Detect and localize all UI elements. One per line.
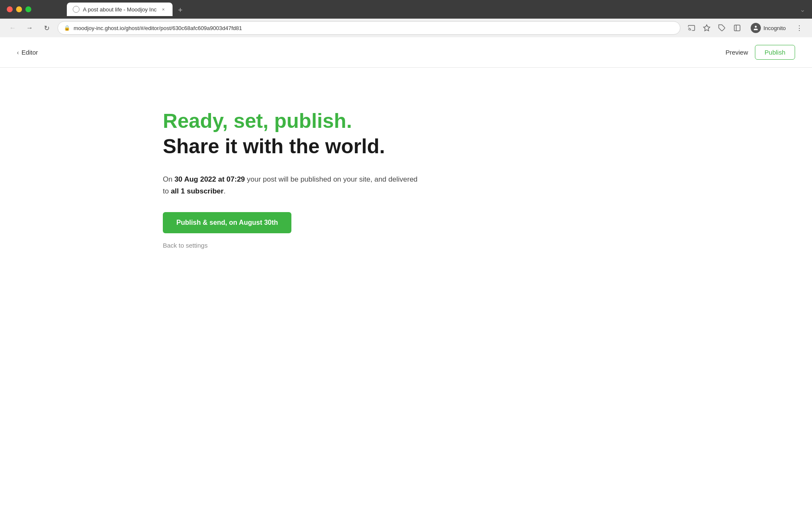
reload-button[interactable]: ↻ bbox=[41, 22, 52, 34]
sidebar-icon[interactable] bbox=[731, 22, 743, 34]
tab-close-button[interactable]: × bbox=[160, 6, 167, 13]
new-tab-button[interactable]: + bbox=[174, 4, 186, 16]
profile-label: Incognito bbox=[763, 25, 786, 31]
url-text: moodjoy-inc.ghost.io/ghost/#/editor/post… bbox=[74, 25, 674, 31]
star-icon[interactable] bbox=[701, 22, 713, 34]
publish-description: On 30 Aug 2022 at 07:29 your post will b… bbox=[163, 174, 425, 196]
publish-send-button[interactable]: Publish & send, on August 30th bbox=[163, 212, 291, 233]
profile-avatar bbox=[751, 23, 761, 33]
back-to-settings-link[interactable]: Back to settings bbox=[163, 242, 425, 249]
maximize-traffic-light[interactable] bbox=[25, 6, 31, 12]
tab-title: A post about life - Moodjoy Inc bbox=[83, 6, 156, 13]
back-to-editor-link[interactable]: ‹ Editor bbox=[17, 49, 38, 56]
header-actions: Preview Publish bbox=[725, 45, 795, 60]
profile-button[interactable]: Incognito bbox=[746, 21, 790, 35]
expand-icon[interactable]: ⌄ bbox=[800, 6, 805, 14]
close-traffic-light[interactable] bbox=[7, 6, 13, 12]
title-bar: A post about life - Moodjoy Inc × + ⌄ bbox=[0, 0, 812, 19]
back-to-editor-label: Editor bbox=[22, 49, 38, 56]
headline-green: Ready, set, publish. bbox=[163, 110, 425, 133]
back-chevron-icon: ‹ bbox=[17, 49, 19, 56]
browser-chrome: A post about life - Moodjoy Inc × + ⌄ ← … bbox=[0, 0, 812, 37]
minimize-traffic-light[interactable] bbox=[16, 6, 22, 12]
main-content: Ready, set, publish. Share it with the w… bbox=[0, 68, 812, 508]
app-header: ‹ Editor Preview Publish bbox=[0, 37, 812, 68]
traffic-lights bbox=[7, 6, 31, 12]
publish-button[interactable]: Publish bbox=[755, 45, 795, 60]
address-bar[interactable]: 🔒 moodjoy-inc.ghost.io/ghost/#/editor/po… bbox=[58, 21, 680, 35]
forward-button[interactable]: → bbox=[24, 22, 36, 34]
back-button[interactable]: ← bbox=[7, 22, 19, 34]
active-tab[interactable]: A post about life - Moodjoy Inc × bbox=[67, 3, 173, 16]
description-prefix: On bbox=[163, 175, 174, 183]
toolbar-icons: Incognito ⋮ bbox=[686, 21, 805, 35]
tab-favicon bbox=[73, 6, 80, 13]
tab-bar: A post about life - Moodjoy Inc × + bbox=[62, 3, 186, 16]
menu-icon[interactable]: ⋮ bbox=[793, 22, 805, 34]
svg-marker-1 bbox=[704, 25, 710, 31]
svg-rect-3 bbox=[734, 25, 740, 31]
lock-icon: 🔒 bbox=[64, 25, 70, 31]
cast-icon[interactable] bbox=[686, 22, 697, 34]
description-date: 30 Aug 2022 at 07:29 bbox=[174, 175, 245, 183]
extensions-icon[interactable] bbox=[716, 22, 728, 34]
description-suffix: . bbox=[224, 187, 226, 195]
browser-toolbar: ← → ↻ 🔒 moodjoy-inc.ghost.io/ghost/#/edi… bbox=[0, 19, 812, 37]
preview-button[interactable]: Preview bbox=[725, 49, 748, 56]
publish-panel: Ready, set, publish. Share it with the w… bbox=[163, 110, 425, 249]
app-container: ‹ Editor Preview Publish Ready, set, pub… bbox=[0, 37, 812, 508]
headline-black: Share it with the world. bbox=[163, 134, 425, 159]
description-subscribers: all 1 subscriber bbox=[171, 187, 224, 195]
